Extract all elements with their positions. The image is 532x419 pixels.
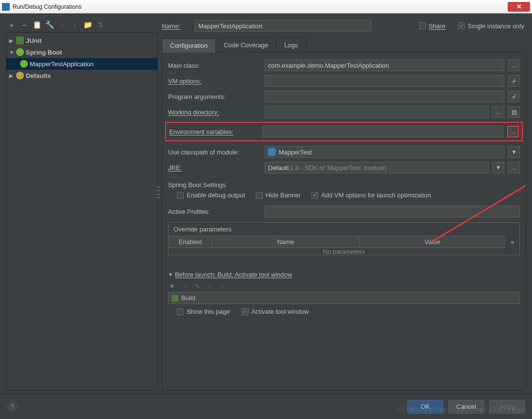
hide-banner-checkbox[interactable]: Hide Banner [256, 191, 301, 199]
add-vm-checkbox[interactable]: Add VM options for launch optimization [311, 191, 431, 199]
add-task-icon[interactable]: + [168, 282, 176, 290]
watermark: http://blog.csdn.net/lx_yoyo [397, 405, 525, 413]
browse-button[interactable]: … [508, 59, 520, 71]
window-title: Run/Debug Configurations [13, 3, 508, 10]
app-icon [2, 3, 10, 11]
workdir-field[interactable] [265, 106, 489, 118]
copy-config-icon[interactable]: 📋 [33, 21, 41, 29]
expand-button[interactable]: ↲ [508, 91, 520, 102]
edit-task-icon[interactable]: ✎ [193, 282, 201, 290]
tree-label: MapperTestApplication [30, 60, 94, 68]
build-task[interactable]: Build [168, 292, 520, 304]
build-icon [171, 295, 178, 302]
add-config-icon[interactable]: + [8, 21, 16, 29]
tabs: Configuration Code Coverage Logs [162, 38, 526, 53]
single-instance-checkbox[interactable]: Single instance only [458, 22, 524, 30]
tab-logs[interactable]: Logs [276, 38, 306, 52]
profiles-label: Active Profiles: [168, 208, 261, 215]
env-label: Environment variables: [169, 128, 259, 135]
col-value[interactable]: Value [360, 236, 506, 248]
expand-button[interactable]: ↲ [508, 75, 520, 87]
up-icon[interactable]: ↑ [58, 21, 66, 29]
close-button[interactable]: ✕ [508, 2, 530, 12]
override-panel: Override parameters Enabled Name Value »… [168, 222, 520, 255]
share-checkbox[interactable]: Share [419, 22, 446, 30]
checkbox-icon [458, 22, 465, 29]
tree-junit[interactable]: ▶ JUnit [6, 35, 157, 46]
name-label: Name: [162, 22, 190, 30]
col-enabled[interactable]: Enabled [169, 236, 212, 248]
expand-icon[interactable]: » [506, 236, 519, 248]
springboot-icon [16, 48, 24, 56]
activate-checkbox[interactable]: Activate tool window [242, 308, 309, 315]
browse-button[interactable]: … [508, 162, 520, 173]
col-name[interactable]: Name [212, 236, 360, 248]
tree-label: Defaults [26, 72, 51, 79]
jre-label: JRE: [168, 164, 261, 171]
env-highlight: Environment variables: … [165, 122, 523, 141]
vm-label: VM options: [168, 77, 261, 85]
form-area: Main class: com.example.demo.MapperTestA… [162, 53, 526, 391]
up-icon[interactable]: ↑ [206, 282, 214, 290]
show-page-checkbox[interactable]: Show this page [177, 308, 230, 315]
tab-code-coverage[interactable]: Code Coverage [215, 38, 276, 52]
checkbox-icon [419, 22, 426, 29]
mainclass-label: Main class: [168, 62, 261, 69]
enable-debug-checkbox[interactable]: Enable debug output [177, 191, 245, 199]
collapse-icon[interactable]: ▼ [9, 50, 14, 55]
classpath-label: Use classpath of module: [168, 149, 261, 156]
list-button[interactable]: ▤ [508, 106, 520, 118]
dropdown-button[interactable]: ▼ [508, 146, 520, 158]
no-params: No parameters [169, 248, 519, 255]
args-label: Program arguments: [168, 93, 261, 100]
env-browse-button[interactable]: … [507, 126, 519, 137]
collapse-icon: ▼ [168, 272, 173, 277]
remove-config-icon[interactable]: − [20, 21, 28, 29]
config-tree[interactable]: ▶ JUnit ▼ Spring Boot MapperTestApplicat… [6, 32, 158, 391]
args-field[interactable] [265, 91, 504, 102]
help-button[interactable]: ? [7, 401, 18, 412]
settings-icon[interactable]: 🔧 [46, 21, 54, 29]
before-title[interactable]: ▼ Before launch: Build, Activate tool wi… [168, 271, 520, 278]
classpath-field[interactable]: MapperTest [265, 146, 504, 158]
dropdown-button[interactable]: ▼ [493, 162, 504, 173]
name-input[interactable] [195, 20, 371, 32]
env-field[interactable] [263, 126, 503, 137]
mainclass-field[interactable]: com.example.demo.MapperTestApplication [265, 59, 504, 71]
down-icon[interactable]: ↓ [219, 282, 227, 290]
tree-label: Spring Boot [26, 49, 62, 56]
titlebar: Run/Debug Configurations ✕ [0, 0, 532, 14]
remove-task-icon[interactable]: − [181, 282, 189, 290]
override-title: Override parameters [169, 223, 519, 236]
splitter-grip[interactable] [157, 185, 160, 200]
sort-icon[interactable]: ⇅ [96, 21, 104, 29]
workdir-label: Working directory: [168, 109, 261, 116]
before-launch: ▼ Before launch: Build, Activate tool wi… [168, 271, 520, 315]
sb-settings-title: Spring Boot Settings [168, 181, 520, 189]
tree-label: JUnit [26, 37, 42, 44]
jre-field[interactable]: Default (1.8 - SDK of 'MapperTest' modul… [265, 162, 489, 173]
springboot-icon [20, 60, 28, 68]
vm-field[interactable] [265, 75, 504, 87]
down-icon[interactable]: ↓ [71, 21, 79, 29]
sidebar: + − 📋 🔧 ↑ ↓ 📁 ⇅ ▶ JUnit ▼ Spring Boot [6, 19, 158, 391]
share-label: Share [429, 22, 446, 30]
expand-icon[interactable]: ▶ [9, 38, 14, 43]
tree-springboot[interactable]: ▼ Spring Boot [6, 46, 157, 58]
module-icon [268, 148, 276, 156]
expand-icon[interactable]: ▶ [9, 73, 14, 78]
defaults-icon [16, 72, 24, 79]
single-label: Single instance only [468, 22, 524, 30]
tab-configuration[interactable]: Configuration [162, 38, 216, 53]
browse-button[interactable]: … [493, 106, 504, 118]
tree-app[interactable]: MapperTestApplication [6, 58, 157, 70]
config-toolbar: + − 📋 🔧 ↑ ↓ 📁 ⇅ [6, 19, 158, 31]
profiles-field[interactable] [265, 206, 520, 217]
folder-icon[interactable]: 📁 [84, 21, 92, 29]
junit-icon [16, 37, 24, 44]
right-pane: Name: Share Single instance only Configu… [162, 19, 526, 391]
tree-defaults[interactable]: ▶ Defaults [6, 70, 157, 81]
